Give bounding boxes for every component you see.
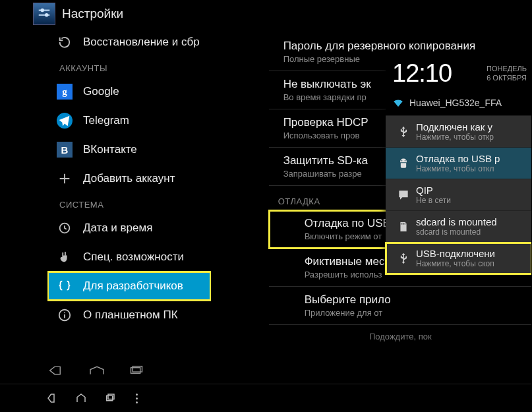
- clock-date: ПОНЕДЕЛЬ 6 ОКТЯБРЯ: [487, 65, 527, 83]
- system-navbar-lower: [0, 384, 532, 412]
- notif-qip[interactable]: QIP Не в сети: [386, 179, 532, 211]
- notif-title: Отладка по USB р: [416, 153, 500, 164]
- nav-back-button-small[interactable]: [40, 388, 65, 408]
- vk-icon: B: [57, 142, 73, 158]
- clock-icon: [57, 220, 73, 236]
- nav-recents-button[interactable]: [119, 361, 154, 380]
- notif-sdcard-mounted[interactable]: sdcard is mounted sdcard is mounted: [386, 211, 532, 243]
- sdcard-icon: [391, 220, 416, 233]
- notif-title: Подключен как у: [416, 121, 494, 132]
- nav-home-button-small[interactable]: [69, 388, 94, 408]
- svg-point-3: [45, 14, 48, 16]
- notif-connected-as[interactable]: Подключен как у Нажмите, чтобы откр: [386, 116, 532, 148]
- nav-home-button[interactable]: [79, 361, 115, 380]
- notif-subtitle: Нажмите, чтобы откр: [416, 132, 494, 142]
- sidebar-item-label: Добавить аккаунт: [83, 172, 175, 185]
- sidebar-item-label: Для разработчиков: [83, 280, 183, 293]
- clock-date-line: 6 ОКТЯБРЯ: [487, 74, 527, 83]
- chat-bubble-icon: [391, 189, 416, 202]
- nav-overflow-menu[interactable]: [127, 388, 146, 408]
- sidebar-item-label: Дата и время: [83, 221, 152, 235]
- svg-point-1: [41, 9, 44, 12]
- row-subtitle: Приложение для от: [305, 308, 531, 318]
- sidebar-item-label: Восстановление и сбр: [83, 36, 200, 49]
- refresh-icon: [57, 34, 73, 50]
- row-select-debug-app[interactable]: Выберите прило Приложение для от: [269, 287, 532, 325]
- sidebar-item-label: Спец. возможности: [83, 250, 184, 264]
- notification-shade[interactable]: 12:10 ПОНЕДЕЛЬ 6 ОКТЯБРЯ Huawei_HG532e_F…: [386, 57, 532, 274]
- sidebar-system-header: СИСТЕМА: [47, 193, 211, 214]
- sidebar-item-vkontakte[interactable]: B ВКонтакте: [47, 135, 211, 164]
- sidebar-item-telegram[interactable]: Telegram: [47, 106, 211, 135]
- sidebar-item-google[interactable]: g Google: [47, 77, 211, 106]
- notif-subtitle: Нажмите, чтобы откл: [416, 164, 500, 173]
- notif-subtitle: Не в сети: [416, 196, 451, 205]
- debug-wait-hint: Подождите, пок: [269, 325, 532, 341]
- google-icon: g: [57, 84, 73, 100]
- sidebar-item-label: Telegram: [83, 114, 129, 127]
- svg-point-8: [405, 160, 406, 162]
- row-title: Пароль для резервного копирования: [283, 40, 531, 53]
- clock-time: 12:10: [392, 59, 452, 88]
- usb-icon: [391, 125, 416, 138]
- android-icon: [391, 157, 416, 170]
- titlebar: Настройки: [0, 0, 532, 28]
- wifi-ssid: Huawei_HG532e_FFA: [409, 98, 502, 108]
- wifi-status-row[interactable]: Huawei_HG532e_FFA: [386, 93, 532, 116]
- settings-app-icon: [33, 3, 55, 25]
- row-title: Выберите прило: [305, 293, 531, 307]
- notif-title: sdcard is mounted: [416, 216, 497, 227]
- notif-title: USB-подключени: [416, 248, 495, 259]
- sidebar-item-backup-reset[interactable]: Восстановление и сбр: [47, 28, 211, 57]
- info-icon: [57, 307, 73, 323]
- sidebar-item-add-account[interactable]: Добавить аккаунт: [47, 164, 211, 193]
- usb-icon: [391, 252, 416, 265]
- sidebar-accounts-header: АККАУНТЫ: [47, 57, 211, 77]
- notif-title: QIP: [416, 185, 451, 196]
- clock-day: ПОНЕДЕЛЬ: [487, 65, 527, 74]
- svg-point-7: [401, 160, 403, 162]
- sidebar: Восстановление и сбр АККАУНТЫ g Google T…: [47, 28, 211, 361]
- nav-recents-button-small[interactable]: [98, 388, 123, 408]
- wifi-icon: [392, 97, 404, 109]
- plus-icon: [57, 171, 73, 187]
- notif-usb-connection[interactable]: USB-подключени Нажмите, чтобы скоп: [386, 243, 532, 274]
- sidebar-item-date-time[interactable]: Дата и время: [47, 214, 211, 243]
- sidebar-item-label: ВКонтакте: [83, 143, 137, 156]
- sidebar-item-label: О планшетном ПК: [83, 309, 178, 322]
- system-navbar-upper: [0, 357, 532, 384]
- telegram-icon: [57, 113, 73, 129]
- nav-back-button[interactable]: [40, 361, 75, 380]
- sidebar-item-developer-options[interactable]: Для разработчиков: [47, 272, 211, 301]
- sidebar-item-accessibility[interactable]: Спец. возможности: [47, 243, 211, 272]
- sidebar-item-label: Google: [83, 85, 119, 98]
- svg-rect-12: [108, 394, 114, 399]
- svg-rect-11: [107, 396, 113, 401]
- hand-icon: [57, 249, 73, 265]
- svg-point-6: [64, 312, 65, 313]
- shade-header: 12:10 ПОНЕДЕЛЬ 6 ОКТЯБРЯ: [386, 57, 532, 93]
- notif-subtitle: Нажмите, чтобы скоп: [416, 259, 495, 268]
- sidebar-item-about-tablet[interactable]: О планшетном ПК: [47, 301, 211, 330]
- page-title: Настройки: [62, 7, 123, 21]
- braces-icon: [57, 278, 73, 294]
- notif-usb-debugging[interactable]: Отладка по USB р Нажмите, чтобы откл: [386, 148, 532, 179]
- notif-subtitle: sdcard is mounted: [416, 227, 497, 237]
